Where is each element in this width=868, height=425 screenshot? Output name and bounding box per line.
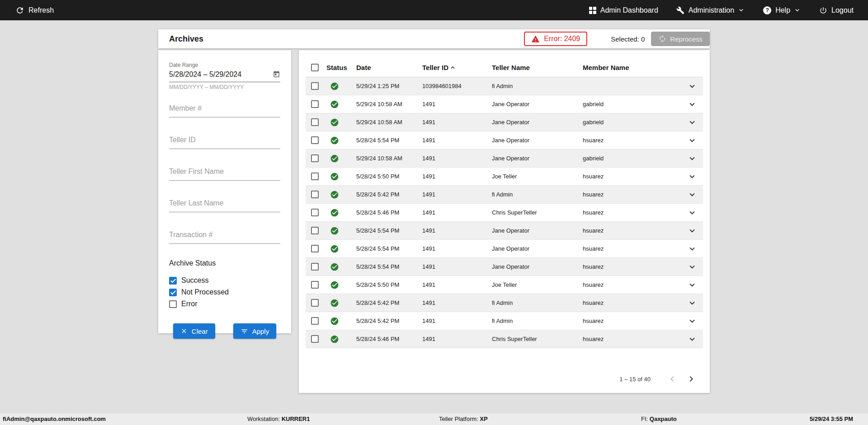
expand-row-button[interactable] [687,280,697,290]
expand-row-chevron-icon [687,244,697,254]
archive-status-option[interactable]: Error [169,298,280,310]
row-date: 5/29/24 10:58 AM [356,119,422,126]
row-date: 5/28/24 5:50 PM [356,173,422,180]
expand-row-button[interactable] [687,81,697,91]
table-row[interactable]: 5/28/24 5:50 PM 1491 Joe Teller hsuarez [306,276,703,294]
row-teller-name: Joe Teller [492,281,583,288]
success-status-icon [330,244,339,253]
row-checkbox[interactable] [311,118,319,126]
main-content: Archives Error: 2409 Selected: 0 Reproce… [0,20,868,413]
table-row[interactable]: 5/28/24 5:54 PM 1491 Jane Operator hsuar… [306,240,703,258]
table-row[interactable]: 5/28/24 5:50 PM 1491 Joe Teller hsuarez [306,168,703,186]
table-row[interactable]: 5/28/24 5:54 PM 1491 Jane Operator hsuar… [306,258,703,276]
expand-row-button[interactable] [687,226,697,236]
footer-status-bar: fiAdmin@qaxpauto.onmicrosoft.com Worksta… [0,413,868,425]
expand-row-button[interactable] [687,262,697,272]
row-checkbox[interactable] [311,317,319,325]
expand-row-button[interactable] [687,298,697,308]
date-range-input[interactable] [169,68,280,82]
table-row[interactable]: 5/28/24 5:42 PM 1491 fi Admin hsuarez [306,186,703,204]
expand-row-button[interactable] [687,190,697,200]
archive-status-option[interactable]: Not Processed [169,286,280,298]
row-checkbox[interactable] [311,82,319,90]
row-checkbox[interactable] [311,299,319,307]
error-count-button[interactable]: Error: 2409 [524,32,587,46]
row-checkbox[interactable] [311,191,319,198]
expand-row-button[interactable] [687,99,697,109]
success-status-icon [330,280,339,290]
row-member-name: gabrield [583,155,681,162]
administration-menu-button[interactable]: Administration [676,6,745,14]
reprocess-button[interactable]: Reprocess [651,32,710,46]
row-checkbox[interactable] [311,281,319,289]
column-header-teller-name[interactable]: Teller Name [492,64,583,71]
chevron-left-icon [667,374,678,384]
row-checkbox[interactable] [311,173,319,180]
logout-button[interactable]: Logout [819,6,854,14]
filter-panel: Date Range MM/DD/YYYY – MM/DD/YYYY Archi… [158,50,291,333]
table-row[interactable]: 5/28/24 5:42 PM 1491 fi Admin hsuarez [306,294,703,312]
expand-row-button[interactable] [687,316,697,326]
row-checkbox[interactable] [311,154,319,162]
transaction-number-input[interactable] [169,227,280,244]
success-status-icon [330,226,339,235]
expand-row-button[interactable] [687,172,697,182]
workstation-label: Workstation: [247,416,280,422]
apply-button[interactable]: Apply [233,323,277,339]
topbar-left: Refresh [15,6,54,15]
table-row[interactable]: 5/28/24 5:54 PM 1491 Jane Operator hsuar… [306,131,703,149]
expand-row-button[interactable] [687,135,697,145]
row-teller-name: Jane Operator [492,155,583,162]
status-checkbox[interactable] [169,300,177,308]
row-member-name: hsuarez [583,263,681,270]
row-teller-id: 103984601984 [422,83,492,89]
success-status-icon [330,118,339,127]
expand-row-button[interactable] [687,334,697,344]
admin-dashboard-button[interactable]: Admin Dashboard [589,6,658,14]
row-checkbox[interactable] [311,263,319,271]
expand-row-chevron-icon [687,262,697,272]
teller-last-name-input[interactable] [169,196,280,212]
table-row[interactable]: 5/29/24 10:58 AM 1491 Jane Operator gabr… [306,113,703,131]
previous-page-button[interactable] [667,374,678,384]
expand-row-button[interactable] [687,244,697,254]
select-all-checkbox[interactable] [311,64,319,71]
expand-row-button[interactable] [687,117,697,127]
clear-button[interactable]: Clear [173,323,215,339]
refresh-button[interactable]: Refresh [15,6,54,15]
row-teller-name: Jane Operator [492,101,583,107]
row-checkbox[interactable] [311,136,319,144]
archives-table: Status Date Teller ID Teller Name Member… [299,50,710,393]
help-menu-button[interactable]: Help [763,6,801,14]
table-row[interactable]: 5/28/24 5:46 PM 1491 Chris SuperTeller h… [306,330,703,348]
page-title: Archives [169,34,203,44]
help-icon [763,6,771,14]
status-checkbox[interactable] [169,289,177,296]
column-header-date[interactable]: Date [356,64,422,71]
next-page-button[interactable] [686,374,697,384]
member-number-input[interactable] [169,101,280,117]
table-row[interactable]: 5/29/24 10:58 AM 1491 Jane Operator gabr… [306,95,703,113]
status-checkbox[interactable] [169,277,177,285]
row-checkbox[interactable] [311,335,319,343]
expand-row-chevron-icon [687,298,697,308]
expand-row-button[interactable] [687,154,697,163]
teller-id-input[interactable] [169,132,280,149]
row-checkbox[interactable] [311,245,319,252]
column-header-teller-id[interactable]: Teller ID [422,64,492,71]
table-row[interactable]: 5/28/24 5:42 PM 1491 fi Admin hsuarez [306,312,703,330]
expand-row-button[interactable] [687,208,697,218]
table-row[interactable]: 5/29/24 1:25 PM 103984601984 fi Admin [306,77,703,95]
row-checkbox[interactable] [311,227,319,234]
row-checkbox[interactable] [311,209,319,216]
row-checkbox[interactable] [311,100,319,108]
table-row[interactable]: 5/28/24 5:46 PM 1491 Chris SuperTeller h… [306,204,703,222]
column-header-status[interactable]: Status [326,64,356,71]
archive-status-option[interactable]: Success [169,275,280,286]
table-header-row: Status Date Teller ID Teller Name Member… [306,58,703,77]
calendar-icon[interactable] [273,70,280,78]
column-header-member-name[interactable]: Member Name [583,64,681,71]
teller-first-name-input[interactable] [169,164,280,181]
table-row[interactable]: 5/28/24 5:54 PM 1491 Jane Operator hsuar… [306,222,703,240]
table-row[interactable]: 5/29/24 10:58 AM 1491 Jane Operator gabr… [306,149,703,168]
